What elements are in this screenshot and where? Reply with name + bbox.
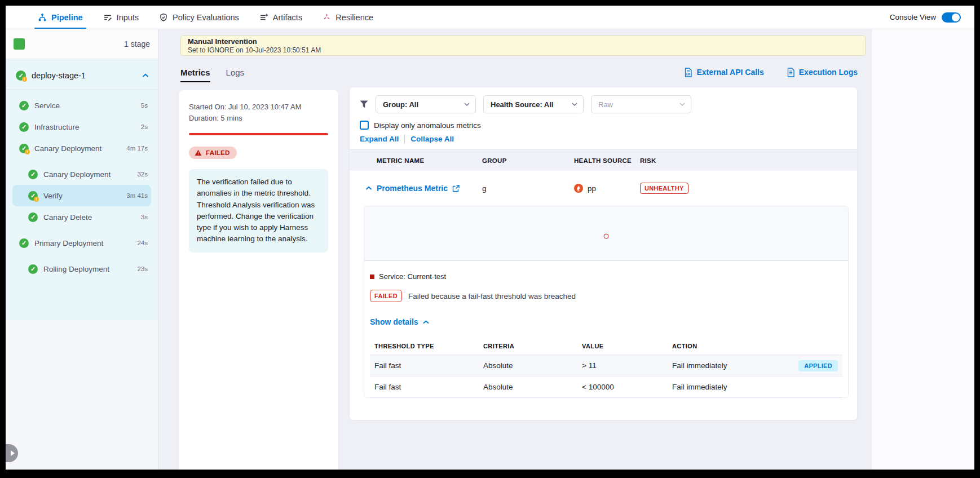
tab-pipeline[interactable]: Pipeline xyxy=(38,6,83,29)
tab-pipeline-label: Pipeline xyxy=(51,13,83,22)
threshold-table-header: THRESHOLD TYPE CRITERIA VALUE ACTION xyxy=(370,338,842,355)
step-duration: 5s xyxy=(141,102,148,109)
sidebar-empty-area xyxy=(6,320,158,470)
metrics-table-header: METRIC NAME GROUP HEALTH SOURCE RISK xyxy=(350,150,857,171)
stage-name: deploy-stage-1 xyxy=(32,71,136,80)
banner-title: Manual Intervention xyxy=(188,37,858,46)
tab-inputs-label: Inputs xyxy=(117,13,139,22)
status-success-icon: ✓ xyxy=(28,264,38,274)
chevron-down-icon xyxy=(679,103,685,106)
tab-artifacts-label: Artifacts xyxy=(273,13,302,22)
collapsed-right-panel xyxy=(871,29,974,470)
threshold-value: < 100000 xyxy=(582,383,672,391)
sidebar-divider xyxy=(6,90,158,90)
api-document-icon: API xyxy=(684,68,692,77)
anomalous-metrics-label: Display only anomalous metrics xyxy=(374,121,481,130)
status-success-icon: ✓ xyxy=(28,213,38,222)
chevron-down-icon xyxy=(464,103,470,106)
step-canary-deployment-group[interactable]: ✓ Canary Deployment 4m 17s xyxy=(12,138,151,159)
shield-check-icon xyxy=(159,13,168,22)
group-filter-dropdown[interactable]: Group: All xyxy=(376,95,476,113)
tab-resilience-label: Resilience xyxy=(336,13,373,22)
stage-count: 1 stage xyxy=(124,39,150,48)
stage-tree: ✓ deploy-stage-1 ✓ Service 5s ✓ Infrastr… xyxy=(6,59,158,320)
pipeline-icon xyxy=(38,13,47,22)
col-action: ACTION xyxy=(672,343,786,349)
toggle-knob xyxy=(952,14,960,21)
status-success-icon: ✓ xyxy=(19,238,29,248)
tab-resilience[interactable]: Resilience xyxy=(323,6,373,29)
analysis-failed-reason: Failed because a fail-fast threshold was… xyxy=(408,292,576,300)
metric-expanded-detail: Service: Current-test FAILED Failed beca… xyxy=(364,206,849,398)
step-label: Canary Delete xyxy=(43,213,92,222)
step-verify[interactable]: ✓ Verify 3m 41s xyxy=(12,185,151,206)
tab-artifacts[interactable]: Artifacts xyxy=(259,6,302,29)
console-view-label: Console View xyxy=(890,13,936,21)
step-label: Primary Deployment xyxy=(34,239,103,247)
risk-badge-unhealthy: UNHEALTHY xyxy=(640,183,688,194)
threshold-type: Fail fast xyxy=(374,361,483,370)
col-criteria: CRITERIA xyxy=(483,343,582,349)
step-duration: 4m 17s xyxy=(126,145,148,152)
status-success-icon: ✓ xyxy=(19,101,29,110)
failed-status-badge: FAILED xyxy=(189,147,237,159)
metric-row-prometheus[interactable]: Prometheus Metric g pp UNHEALTHY xyxy=(350,171,857,206)
show-details-toggle[interactable]: Show details xyxy=(370,317,842,326)
tab-metrics[interactable]: Metrics xyxy=(180,62,210,82)
analysis-failed-badge: FAILED xyxy=(370,290,402,302)
threshold-table: THRESHOLD TYPE CRITERIA VALUE ACTION Fai… xyxy=(370,338,842,397)
col-risk: RISK xyxy=(640,157,857,164)
step-label: Rolling Deployment xyxy=(43,265,109,273)
anomalous-point xyxy=(604,233,609,238)
manual-intervention-banner: Manual Intervention Set to IGNORE on 10-… xyxy=(180,36,866,56)
legend-swatch xyxy=(370,275,374,279)
stage-item-deploy-stage-1[interactable]: ✓ deploy-stage-1 xyxy=(6,59,158,90)
health-source-filter-value: Health Source: All xyxy=(491,100,553,109)
col-metric-name: METRIC NAME xyxy=(350,157,482,164)
threshold-row: Fail fast Absolute > 11 Fail immediately… xyxy=(370,355,842,376)
tab-metrics-label: Metrics xyxy=(180,68,210,77)
expand-all-link[interactable]: Expand All xyxy=(360,135,399,143)
external-api-calls-link[interactable]: API External API Calls xyxy=(684,68,763,77)
started-on: Started On: Jul 10, 2023 10:47 AM xyxy=(189,101,328,113)
collapse-row-chevron-up-icon[interactable] xyxy=(365,186,372,191)
metric-name-link[interactable]: Prometheus Metric xyxy=(377,184,448,193)
execution-logs-link[interactable]: Execution Logs xyxy=(787,68,858,77)
status-success-icon: ✓ xyxy=(19,122,29,132)
chevron-up-icon xyxy=(423,320,429,324)
step-infrastructure[interactable]: ✓ Infrastructure 2s xyxy=(12,116,151,138)
step-duration: 32s xyxy=(137,171,148,178)
tab-logs[interactable]: Logs xyxy=(226,62,245,82)
tab-policy-evaluations[interactable]: Policy Evaluations xyxy=(159,6,239,29)
step-canary-deployment[interactable]: ✓ Canary Deployment 32s xyxy=(12,163,151,185)
anomalous-metrics-checkbox[interactable] xyxy=(360,121,369,130)
metric-type-dropdown[interactable]: Raw xyxy=(591,95,691,113)
tab-inputs[interactable]: Inputs xyxy=(103,6,139,29)
step-primary-deployment[interactable]: ✓ Primary Deployment 24s xyxy=(12,232,151,254)
threshold-value: > 11 xyxy=(582,361,672,370)
show-details-label: Show details xyxy=(370,317,418,326)
health-source-filter-dropdown[interactable]: Health Source: All xyxy=(483,95,584,113)
external-link-icon[interactable] xyxy=(452,185,460,192)
legend-label: Service: Current-test xyxy=(379,272,446,281)
verification-summary-card: Started On: Jul 10, 2023 10:47 AM Durati… xyxy=(179,90,338,470)
failed-status-label: FAILED xyxy=(206,149,230,156)
group-filter-value: Group: All xyxy=(383,100,418,109)
execution-sidebar: 1 stage ✓ deploy-stage-1 ✓ Service 5s ✓ … xyxy=(6,29,158,470)
console-view-toggle[interactable] xyxy=(942,12,961,23)
applied-badge: APPLIED xyxy=(798,360,838,371)
chevron-right-icon xyxy=(11,450,15,456)
verification-message: The verification failed due to anomalies… xyxy=(189,169,328,253)
step-canary-delete[interactable]: ✓ Canary Delete 3s xyxy=(12,206,151,228)
status-success-icon: ✓ xyxy=(28,170,38,179)
analysis-result-row: FAILED Failed because a fail-fast thresh… xyxy=(370,290,842,302)
collapse-all-link[interactable]: Collapse All xyxy=(410,135,454,143)
col-value: VALUE xyxy=(582,343,672,349)
step-rolling-deployment[interactable]: ✓ Rolling Deployment 23s xyxy=(12,258,151,280)
chevron-up-icon[interactable] xyxy=(142,73,149,78)
col-health-source: HEALTH SOURCE xyxy=(574,157,640,164)
chevron-down-icon xyxy=(572,103,577,106)
step-service[interactable]: ✓ Service 5s xyxy=(12,95,151,116)
links-separator xyxy=(404,135,405,143)
filter-funnel-icon[interactable] xyxy=(360,100,368,108)
